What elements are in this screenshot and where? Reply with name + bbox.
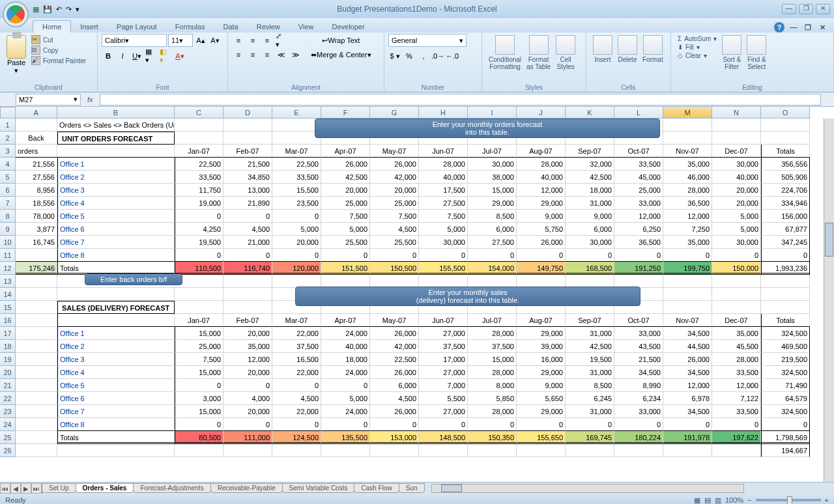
cell-L10[interactable]: 36,500 [614, 236, 663, 249]
cell-C17[interactable]: 15,000 [175, 327, 223, 340]
cell-G11[interactable]: 0 [370, 249, 419, 262]
cell-O21[interactable]: 71,490 [761, 379, 810, 392]
cell-D5[interactable]: 34,850 [223, 171, 272, 184]
cell-K17[interactable]: 31,000 [566, 327, 614, 340]
col-header-C[interactable]: C [175, 107, 223, 119]
cell-C7[interactable]: 19,000 [175, 197, 223, 210]
cell-D11[interactable]: 0 [223, 249, 272, 262]
merge-center-button[interactable]: ⬌ Merge & Center ▾ [306, 48, 376, 61]
cell-O20[interactable]: 324,500 [761, 366, 810, 379]
zoom-level[interactable]: 100% [725, 496, 743, 504]
sheet-nav-next-icon[interactable]: ▶ [21, 483, 31, 494]
cell-G20[interactable]: 26,000 [370, 366, 419, 379]
cell-H12[interactable]: 155,500 [419, 262, 468, 275]
cell-L18[interactable]: 43,500 [614, 340, 663, 353]
cell-K3[interactable]: Sep-07 [566, 145, 614, 158]
cut-button[interactable]: ✂Cut [31, 35, 86, 44]
cell-L17[interactable]: 33,000 [614, 327, 663, 340]
cell-G23[interactable]: 26,000 [370, 405, 419, 418]
cell-I4[interactable]: 30,000 [468, 158, 517, 171]
col-header-F[interactable]: F [321, 107, 370, 119]
cell-N6[interactable]: 20,000 [712, 184, 761, 197]
cell-A26[interactable] [16, 444, 57, 457]
sheet-tab-semi-variable[interactable]: Semi Variable Costs [282, 483, 355, 493]
cell-H17[interactable]: 27,000 [419, 327, 468, 340]
cell-N21[interactable]: 12,000 [712, 379, 761, 392]
cell-H8[interactable]: 7,500 [419, 210, 468, 223]
cell-G13[interactable] [370, 275, 419, 288]
cell-L9[interactable]: 6,250 [614, 223, 663, 236]
cell-F23[interactable]: 24,000 [321, 405, 370, 418]
doc-restore-icon[interactable]: ❐ [803, 22, 813, 33]
cell-I3[interactable]: Jul-07 [468, 145, 517, 158]
cell-E21[interactable]: 0 [272, 379, 321, 392]
cell-J3[interactable]: Aug-07 [517, 145, 566, 158]
cell-G17[interactable]: 26,000 [370, 327, 419, 340]
cell-D26[interactable] [223, 444, 272, 457]
col-header-N[interactable]: N [712, 107, 761, 119]
copy-button[interactable]: ⧉Copy [31, 46, 86, 55]
cell-I13[interactable] [468, 275, 517, 288]
row-header-5[interactable]: 5 [0, 171, 16, 184]
row-header-26[interactable]: 26 [0, 444, 16, 457]
cell-D6[interactable]: 13,000 [223, 184, 272, 197]
doc-min-icon[interactable]: — [788, 22, 799, 33]
format-as-table-button[interactable]: Format as Table [524, 34, 553, 72]
cell-I6[interactable]: 15,000 [468, 184, 517, 197]
cell-O17[interactable]: 324,500 [761, 327, 810, 340]
cell-N14[interactable] [712, 288, 761, 301]
cell-I11[interactable]: 0 [468, 249, 517, 262]
cell-I12[interactable]: 154,000 [468, 262, 517, 275]
cell-K19[interactable]: 19,500 [566, 353, 614, 366]
cell-H3[interactable]: Jun-07 [419, 145, 468, 158]
cell-D15[interactable] [223, 301, 272, 314]
cell-I18[interactable]: 37,500 [468, 340, 517, 353]
cell-J24[interactable]: 0 [517, 418, 566, 431]
row-header-11[interactable]: 11 [0, 249, 16, 262]
cell-N23[interactable]: 33,500 [712, 405, 761, 418]
cell-O11[interactable]: 0 [761, 249, 810, 262]
cell-F12[interactable]: 151,500 [321, 262, 370, 275]
cell-O12[interactable]: 1,993,236 [761, 262, 810, 275]
cell-A6[interactable]: 8,956 [16, 184, 57, 197]
cell-K12[interactable]: 168,500 [566, 262, 614, 275]
cell-C1[interactable] [175, 119, 223, 132]
cell-L7[interactable]: 33,000 [614, 197, 663, 210]
cell-H9[interactable]: 5,000 [419, 223, 468, 236]
cell-A4[interactable]: 21,556 [16, 158, 57, 171]
border-button[interactable]: ▦ ▾ [145, 49, 158, 63]
cell-M12[interactable]: 199,750 [663, 262, 712, 275]
cell-A12[interactable]: 175,246 [16, 262, 57, 275]
align-right-icon[interactable]: ≡ [261, 48, 274, 61]
cell-G10[interactable]: 25,500 [370, 236, 419, 249]
cell-D14[interactable] [223, 288, 272, 301]
cell-M16[interactable]: Nov-07 [663, 314, 712, 327]
sheet-tab-cash-flow[interactable]: Cash Flow [354, 483, 399, 493]
cell-I25[interactable]: 150,350 [468, 431, 517, 444]
cell-O3[interactable]: Totals [761, 145, 810, 158]
row-header-20[interactable]: 20 [0, 366, 16, 379]
cell-G18[interactable]: 42,000 [370, 340, 419, 353]
cell-H23[interactable]: 27,000 [419, 405, 468, 418]
decrease-indent-icon[interactable]: ≪ [275, 48, 288, 61]
cell-J25[interactable]: 155,650 [517, 431, 566, 444]
cell-N2[interactable] [712, 132, 761, 145]
cell-L11[interactable]: 0 [614, 249, 663, 262]
view-layout-icon[interactable]: ▤ [704, 496, 711, 505]
cell-D4[interactable]: 21,500 [223, 158, 272, 171]
cell-D24[interactable]: 0 [223, 418, 272, 431]
row-header-12[interactable]: 12 [0, 262, 16, 275]
tab-review[interactable]: Review [248, 21, 289, 33]
zoom-in-icon[interactable]: + [825, 496, 829, 504]
cell-L19[interactable]: 21,500 [614, 353, 663, 366]
cell-C3[interactable]: Jan-07 [175, 145, 223, 158]
cell-N15[interactable] [712, 301, 761, 314]
cell-D8[interactable]: 0 [223, 210, 272, 223]
cell-G21[interactable]: 6,000 [370, 379, 419, 392]
cell-H13[interactable] [419, 275, 468, 288]
cell-J9[interactable]: 5,750 [517, 223, 566, 236]
font-size-select[interactable]: 11 ▾ [168, 34, 193, 47]
cell-C5[interactable]: 33,500 [175, 171, 223, 184]
cell-M13[interactable] [663, 275, 712, 288]
cell-E19[interactable]: 16,500 [272, 353, 321, 366]
